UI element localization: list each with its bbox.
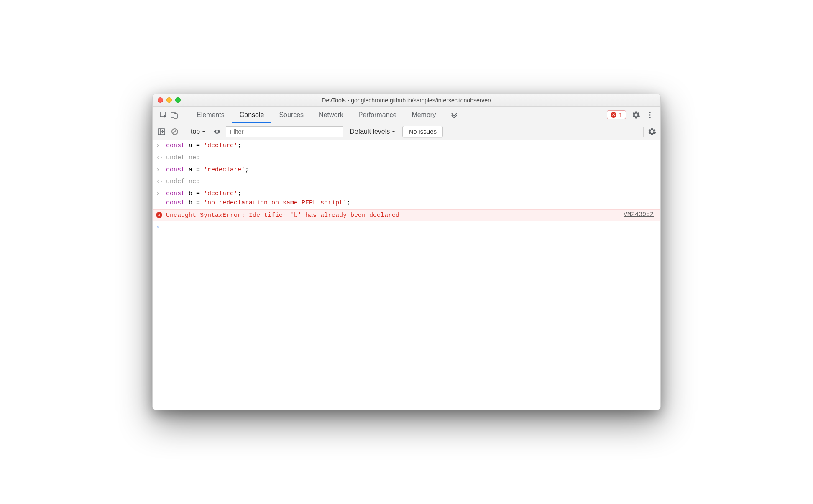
input-arrow-icon: ›	[156, 142, 160, 150]
error-count-badge[interactable]: ✕ 1	[607, 110, 626, 119]
tabbar-right: ✕ 1	[603, 107, 658, 123]
separator	[184, 127, 184, 137]
console-line: const a = 'declare';	[166, 141, 657, 150]
console-prompt-row[interactable]: ›	[153, 221, 660, 233]
chevron-down-icon	[202, 130, 206, 134]
svg-point-5	[649, 117, 651, 118]
context-selector[interactable]: top	[188, 128, 208, 135]
tab-network[interactable]: Network	[311, 107, 351, 123]
levels-label: Default levels	[350, 128, 390, 135]
chevron-down-icon	[391, 130, 396, 134]
input-arrow-icon: ›	[156, 166, 160, 175]
maximize-icon[interactable]	[175, 97, 181, 103]
device-toggle-icon[interactable]	[170, 111, 179, 119]
output-arrow-icon: ‹·	[156, 154, 164, 163]
tabbar: Elements Console Sources Network Perform…	[153, 107, 660, 123]
tabs-overflow-icon[interactable]	[443, 107, 465, 123]
devtools-window: DevTools - googlechrome.github.io/sample…	[152, 94, 661, 410]
console-result: undefined	[166, 153, 657, 163]
console-output-row: ‹· undefined	[153, 176, 660, 188]
error-icon: ✕	[611, 112, 616, 118]
console-output[interactable]: › const a = 'declare'; ‹· undefined › co…	[153, 140, 660, 410]
error-icon: ✕	[156, 212, 162, 218]
tab-performance[interactable]: Performance	[351, 107, 404, 123]
svg-point-3	[649, 112, 651, 113]
traffic-lights	[158, 97, 181, 103]
prompt-arrow-icon: ›	[156, 224, 160, 232]
tab-memory[interactable]: Memory	[404, 107, 443, 123]
log-levels-selector[interactable]: Default levels	[347, 128, 398, 135]
tab-console[interactable]: Console	[232, 107, 272, 123]
context-label: top	[191, 128, 200, 135]
svg-point-4	[649, 114, 651, 116]
window-title: DevTools - googlechrome.github.io/sample…	[153, 97, 660, 104]
error-source-link[interactable]: VM2439:2	[624, 211, 654, 218]
console-prompt[interactable]	[166, 223, 657, 232]
console-error-row: ✕ Uncaught SyntaxError: Identifier 'b' h…	[153, 209, 660, 222]
console-output-row: ‹· undefined	[153, 152, 660, 164]
issues-button[interactable]: No Issues	[402, 126, 443, 137]
console-line: const b = 'declare'; const b = 'no redec…	[166, 189, 657, 208]
eye-icon[interactable]	[212, 127, 222, 136]
input-arrow-icon: ›	[156, 190, 160, 208]
clear-console-icon[interactable]	[170, 128, 179, 135]
close-icon[interactable]	[158, 97, 163, 103]
tab-elements[interactable]: Elements	[189, 107, 232, 123]
filter-input[interactable]	[226, 126, 343, 137]
titlebar: DevTools - googlechrome.github.io/sample…	[153, 94, 660, 107]
console-line: const a = 'redeclare';	[166, 165, 657, 175]
sidebar-toggle-icon[interactable]	[157, 128, 166, 135]
error-message: Uncaught SyntaxError: Identifier 'b' has…	[166, 211, 624, 220]
console-input-row: › const a = 'redeclare';	[153, 164, 660, 176]
settings-icon[interactable]	[632, 111, 640, 119]
console-toolbar: top Default levels No Issues	[153, 123, 660, 140]
svg-rect-2	[174, 114, 177, 118]
console-input-row: › const a = 'declare';	[153, 140, 660, 152]
console-result: undefined	[166, 177, 657, 186]
tabbar-left	[155, 107, 183, 123]
output-arrow-icon: ‹·	[156, 178, 164, 186]
minimize-icon[interactable]	[166, 97, 172, 103]
console-settings-icon[interactable]	[648, 127, 656, 136]
inspect-icon[interactable]	[159, 111, 168, 119]
panel-tabs: Elements Console Sources Network Perform…	[183, 107, 603, 123]
text-cursor	[166, 224, 166, 231]
separator	[643, 127, 644, 137]
console-input-row: › const b = 'declare'; const b = 'no red…	[153, 188, 660, 209]
more-icon[interactable]	[646, 111, 654, 119]
tab-sources[interactable]: Sources	[271, 107, 311, 123]
error-count: 1	[619, 111, 622, 118]
